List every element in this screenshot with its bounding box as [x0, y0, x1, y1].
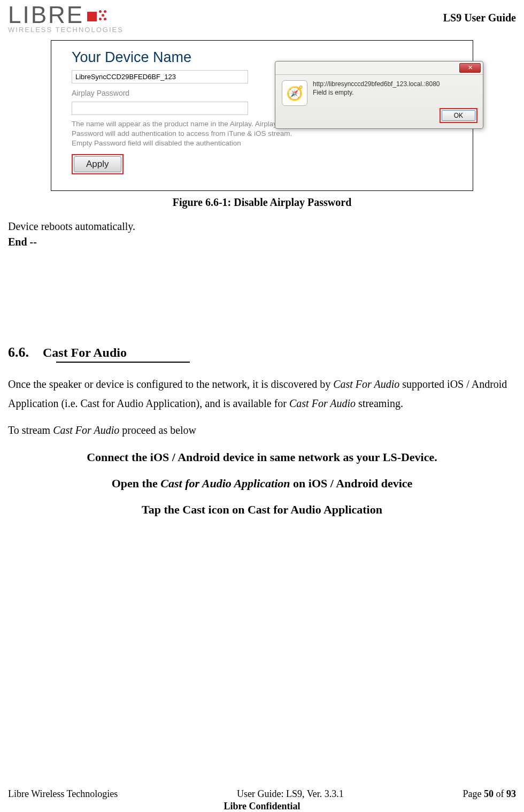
end-marker: End -- — [8, 236, 516, 248]
reboot-text: Device reboots automatically. — [8, 220, 516, 233]
footer-confidential: Libre Confidential — [8, 801, 516, 812]
section-paragraph-2: To stream Cast For Audio proceed as belo… — [8, 420, 516, 440]
figure-screenshot: Your Device Name Airplay Password The na… — [51, 40, 473, 191]
figure-description: The name will appear as the product name… — [72, 119, 307, 149]
logo-subtitle: WIRELESS TECHNOLOGIES — [8, 26, 124, 34]
device-name-input[interactable] — [72, 70, 248, 83]
apply-button[interactable]: Apply — [74, 156, 121, 172]
section-heading: 6.6. Cast For Audio — [8, 344, 516, 361]
document-title: LS9 User Guide — [443, 3, 516, 24]
section-title: Cast For Audio — [43, 346, 127, 360]
page-header: LIBRE WIRELESS TECHNOLOGIES LS9 User Gui… — [8, 0, 516, 34]
logo-dots-icon — [99, 10, 111, 22]
footer-left: Libre Wireless Technologies — [8, 788, 118, 800]
section-underline — [56, 362, 190, 363]
logo-text: LIBR — [8, 3, 67, 27]
step-1: Connect the iOS / Android device in same… — [29, 449, 495, 466]
close-icon[interactable]: ✕ — [459, 63, 481, 73]
figure-caption: Figure 6.6-1: Disable Airplay Password — [8, 196, 516, 209]
page-footer: Libre Wireless Technologies User Guide: … — [8, 788, 516, 812]
step-2: Open the Cast for Audio Application on i… — [29, 476, 495, 492]
dialog-text: http://libresyncccd29bfed6bf_123.local.:… — [313, 80, 440, 106]
alert-dialog: ✕ 🧭 http://libresyncccd29bfed6bf_123.loc… — [275, 61, 483, 129]
logo: LIBRE WIRELESS TECHNOLOGIES — [8, 3, 124, 34]
airplay-password-input[interactable] — [72, 102, 248, 115]
section-paragraph-1: Once the speaker or device is configured… — [8, 374, 516, 413]
logo-text-e: E — [67, 3, 84, 27]
dialog-message: Field is empty. — [313, 89, 440, 97]
step-3: Tap the Cast icon on Cast for Audio Appl… — [29, 502, 495, 518]
dialog-titlebar: ✕ — [275, 62, 483, 75]
ok-button[interactable]: OK — [442, 110, 475, 121]
dialog-url: http://libresyncccd29bfed6bf_123.local.:… — [313, 80, 440, 89]
footer-right: Page 50 of 93 — [463, 788, 516, 800]
section-number: 6.6. — [8, 344, 29, 361]
footer-center: User Guide: LS9, Ver. 3.3.1 — [237, 788, 344, 800]
safari-icon: 🧭 — [282, 80, 307, 106]
apply-highlight: Apply — [72, 154, 124, 174]
logo-square-icon — [87, 12, 97, 21]
ok-highlight: OK — [440, 108, 477, 123]
